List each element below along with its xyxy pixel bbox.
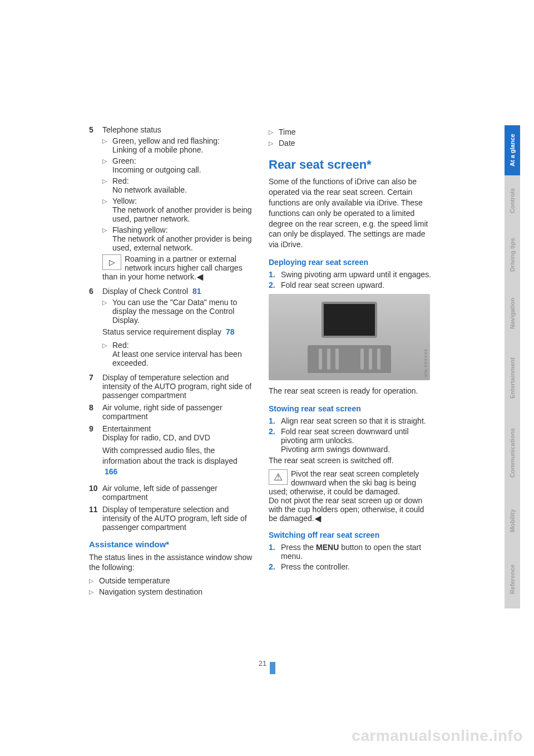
sub-bullet: ▷ Red: No network available. — [102, 176, 253, 194]
note-text: Roaming in a partner or external network… — [102, 254, 243, 281]
bullet-body: Navigation system destination — [99, 587, 253, 596]
bullet-body: Linking of a mobile phone. — [112, 145, 253, 154]
step-number: 1. — [269, 270, 281, 279]
step-item: 2. Fold rear seat screen upward. — [269, 281, 433, 289]
item-title: Entertainment — [102, 424, 253, 433]
status-line: Status service requirement display — [102, 327, 221, 336]
step-body: Align rear seat screen so that it is str… — [281, 416, 433, 425]
stow-after: The rear seat screen is switched off. — [269, 455, 433, 466]
step-body: Swing pivoting arm upward until it engag… — [281, 270, 433, 279]
step-body: Press the MENU button to open the start … — [281, 543, 433, 561]
item-body: Display of temperature selection and int… — [102, 373, 253, 400]
item-body: Air volume, right side of passenger comp… — [102, 403, 253, 421]
warning-box: ⚠ Pivot the rear seat screen completely … — [269, 469, 433, 523]
item-sub: Display for radio, CD, and DVD — [102, 433, 253, 442]
tab-navigation[interactable]: Navigation — [505, 284, 520, 342]
heading-rear-seat-screen: Rear seat screen* — [269, 158, 433, 172]
step-item: 1. Align rear seat screen so that it is … — [269, 416, 433, 425]
step-item: 1. Swing pivoting arm upward until it en… — [269, 270, 433, 279]
item-number: 11 — [89, 505, 102, 532]
list-item-11: 11 Display of temperature selection and … — [89, 505, 253, 532]
tab-reference[interactable]: Reference — [505, 550, 520, 608]
right-column: ▷ Time ▷ Date Rear seat screen* Some of … — [269, 125, 433, 598]
triangle-icon: ▷ — [269, 139, 279, 148]
item-number: 8 — [89, 403, 102, 421]
tab-mobility[interactable]: Mobility — [505, 492, 520, 550]
vent-icon — [308, 345, 391, 373]
item-number: 7 — [89, 373, 102, 400]
item-body: Display of temperature selection and int… — [102, 505, 253, 532]
triangle-icon: ▷ — [102, 136, 112, 154]
triangle-icon: ▷ — [102, 176, 112, 194]
warning-icon: ⚠ — [269, 469, 288, 485]
bullet-head: Red: — [112, 176, 253, 185]
tab-at-a-glance[interactable]: At a glance — [505, 125, 520, 175]
page-ref-link[interactable]: 78 — [226, 327, 235, 336]
bullet-head: Flashing yellow: — [112, 225, 253, 234]
after-image-text: The rear seat screen is ready for operat… — [269, 386, 433, 396]
step-number: 2. — [269, 281, 281, 289]
bullet-body: Incoming or outgoing call. — [112, 165, 253, 174]
top-bullet: ▷ Time — [269, 127, 433, 136]
step-number: 2. — [269, 562, 281, 571]
triangle-icon: ▷ — [102, 298, 112, 325]
item-number: 9 — [89, 424, 102, 480]
page-ref-link[interactable]: 81 — [192, 287, 201, 296]
note-icon: ▷ — [102, 254, 121, 270]
step-number: 2. — [269, 427, 281, 454]
triangle-icon: ▷ — [102, 197, 112, 223]
left-column: 5 Telephone status ▷ Green, yellow and r… — [89, 125, 253, 598]
page-ref-link[interactable]: 166 — [105, 467, 117, 476]
step-item: 2. Press the controller. — [269, 562, 433, 571]
end-mark-icon: ▶ — [197, 272, 203, 281]
step-number: 1. — [269, 543, 281, 561]
assist-bullet: ▷ Navigation system destination — [89, 587, 253, 596]
list-item-6: 6 Display of Check Control 81 ▷ You can … — [89, 287, 253, 370]
step-number: 1. — [269, 416, 281, 425]
bullet-head: Red: — [112, 341, 253, 350]
tab-controls[interactable]: Controls — [505, 175, 520, 225]
item-title: Telephone status — [102, 125, 253, 134]
tab-driving-tips[interactable]: Driving tips — [505, 225, 520, 284]
bullet-body: You can use the "Car Data" menu to displ… — [112, 298, 253, 325]
triangle-icon: ▷ — [89, 587, 99, 596]
bullet-head: Green, yellow and red flashing: — [112, 136, 253, 145]
triangle-icon: ▷ — [102, 156, 112, 174]
menu-button-label: MENU — [316, 543, 339, 552]
item-body: With compressed audio files, the informa… — [102, 446, 238, 465]
heading-switching-off: Switching off rear seat screen — [269, 531, 433, 539]
page-footer: 21 — [0, 657, 534, 670]
page-bar-icon — [270, 662, 275, 674]
bullet-head: Yellow: — [112, 197, 253, 205]
assist-bullet: ▷ Outside temperature — [89, 576, 253, 585]
list-item-10: 10 Air volume, left side of passenger co… — [89, 484, 253, 502]
item-number: 6 — [89, 287, 102, 370]
step-text-pre: Press the — [281, 543, 316, 552]
sub-bullet: ▷ Green, yellow and red flashing: Linkin… — [102, 136, 253, 154]
step-item: 2. Fold rear seat screen downward until … — [269, 427, 433, 454]
bullet-body: Date — [279, 139, 433, 148]
step-body: Fold rear seat screen downward until piv… — [281, 427, 433, 454]
tab-entertainment[interactable]: Entertainment — [505, 342, 520, 414]
monitor-icon — [322, 302, 377, 338]
step-body: Press the controller. — [281, 562, 433, 571]
warning-text: Pivot the rear seat screen completely do… — [269, 469, 424, 523]
bullet-head: Green: — [112, 156, 253, 165]
heading-assistance-window: Assistance window* — [89, 539, 253, 549]
sub-bullet: ▷ Red: At least one service interval has… — [102, 341, 253, 367]
end-mark-icon: ▶ — [315, 514, 321, 523]
tab-communications[interactable]: Communications — [505, 414, 520, 492]
list-item-5: 5 Telephone status ▷ Green, yellow and r… — [89, 125, 253, 283]
heading-deploying: Deploying rear seat screen — [269, 258, 433, 267]
side-tabs: At a glance Controls Driving tips Naviga… — [505, 125, 520, 608]
rear-intro: Some of the functions of iDrive can also… — [269, 176, 433, 250]
page-number: 21 — [259, 659, 266, 667]
rear-seat-screen-image: VIN:XXXXXX — [269, 294, 430, 380]
sub-bullet: ▷ Flashing yellow: The network of anothe… — [102, 225, 253, 252]
item-body: Air volume, left side of passenger compa… — [102, 484, 253, 502]
item-number: 10 — [89, 484, 102, 502]
bullet-body: Time — [279, 127, 433, 136]
note-box: ▷ Roaming in a partner or external netwo… — [102, 254, 253, 281]
top-bullet: ▷ Date — [269, 139, 433, 148]
watermark: carmanualsonline.info — [352, 727, 523, 745]
